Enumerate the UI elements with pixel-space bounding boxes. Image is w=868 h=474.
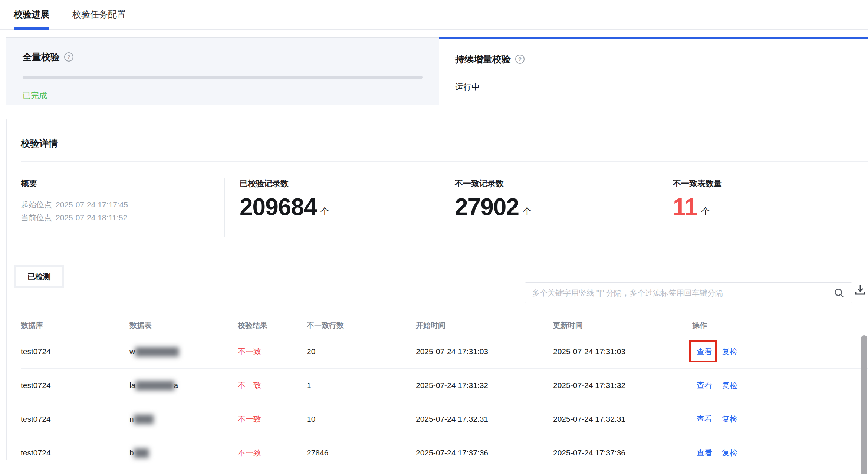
help-icon[interactable]: ? — [64, 52, 73, 62]
cell-database: test0724 — [21, 381, 129, 390]
recheck-link[interactable]: 复检 — [722, 414, 737, 424]
cell-inconsistent-rows: 20 — [307, 347, 416, 356]
start-position-line: 起始位点2025-07-24 17:17:45 — [21, 198, 224, 211]
verified-records-label: 已校验记录数 — [240, 178, 440, 189]
col-result: 校验结果 — [238, 320, 307, 330]
table-name-redacted: █████████ — [135, 347, 178, 356]
detail-section-title: 校验详情 — [7, 119, 868, 149]
panel-full-verification[interactable]: 全量校验 ? 已完成 — [6, 37, 439, 105]
table-name-prefix: la — [129, 381, 135, 389]
current-position-label: 当前位点 — [21, 213, 52, 222]
view-link[interactable]: 查看 — [697, 448, 712, 458]
view-link[interactable]: 查看 — [697, 380, 712, 391]
cell-database: test0724 — [21, 448, 129, 457]
stats-row: 概要 起始位点2025-07-24 17:17:45 当前位点2025-07-2… — [7, 178, 868, 237]
col-inconsistent-rows: 不一致行数 — [307, 320, 416, 330]
col-actions: 操作 — [692, 320, 868, 330]
cell-start-time: 2025-07-24 17:31:03 — [416, 347, 553, 356]
table-row: test0724 la████████a 不一致 1 2025-07-24 17… — [21, 369, 868, 402]
detail-separator — [21, 161, 868, 162]
view-link[interactable]: 查看 — [697, 346, 712, 357]
start-position-value: 2025-07-24 17:17:45 — [56, 200, 128, 209]
cell-table-name: la████████a — [129, 381, 238, 390]
tab-verify-progress[interactable]: 校验进展 — [14, 0, 49, 29]
panel-incremental-verification[interactable]: 持续增量校验 ? 运行中 — [439, 37, 868, 105]
search-icon[interactable] — [833, 287, 845, 299]
cell-inconsistent-rows: 10 — [307, 415, 416, 424]
stat-verified-records: 已校验记录数 209684 个 — [225, 178, 440, 237]
help-icon[interactable]: ? — [515, 55, 525, 64]
inconsistent-records-label: 不一致记录数 — [455, 178, 658, 189]
table-name-redacted: ███ — [134, 448, 148, 457]
cell-result: 不一致 — [238, 346, 307, 357]
table-name-redacted: ████████ — [135, 381, 174, 389]
cell-update-time: 2025-07-24 17:31:32 — [553, 381, 692, 390]
start-position-label: 起始位点 — [21, 200, 52, 209]
cell-database: test0724 — [21, 415, 129, 424]
stat-inconsistent-records: 不一致记录数 27902 个 — [440, 178, 658, 237]
incremental-verification-status: 运行中 — [455, 82, 852, 93]
inconsistent-tables-value: 11 — [673, 195, 697, 219]
cell-result: 不一致 — [238, 380, 307, 391]
cell-update-time: 2025-07-24 17:32:31 — [553, 415, 692, 424]
full-verification-progress-bar — [23, 76, 423, 79]
cell-update-time: 2025-07-24 17:31:03 — [553, 347, 692, 356]
recheck-link[interactable]: 复检 — [722, 380, 737, 391]
cell-table-name: b███ — [129, 448, 238, 457]
table-row: test0724 w█████████ 不一致 20 2025-07-24 17… — [21, 335, 868, 369]
view-link[interactable]: 查看 — [697, 414, 712, 424]
cell-start-time: 2025-07-24 17:32:31 — [416, 415, 553, 424]
stat-summary: 概要 起始位点2025-07-24 17:17:45 当前位点2025-07-2… — [7, 178, 225, 237]
inconsistent-records-value: 27902 — [455, 195, 519, 219]
verified-records-unit: 个 — [320, 205, 329, 219]
recheck-link[interactable]: 复检 — [722, 346, 737, 357]
table-name-prefix: w — [129, 347, 135, 356]
cell-table-name: n████ — [129, 415, 238, 424]
top-tab-bar: 校验进展 校验任务配置 — [0, 0, 868, 30]
table-name-redacted: ████ — [134, 415, 153, 423]
summary-label: 概要 — [21, 178, 224, 189]
cell-inconsistent-rows: 1 — [307, 381, 416, 390]
download-icon[interactable] — [854, 284, 867, 296]
incremental-verification-title: 持续增量校验 — [455, 53, 511, 65]
verify-panels: 全量校验 ? 已完成 持续增量校验 ? 运行中 — [6, 37, 868, 105]
filter-tag-group: 已检测 — [14, 265, 64, 288]
filter-checked-button[interactable]: 已检测 — [16, 267, 62, 286]
stat-inconsistent-tables: 不一致表数量 11 个 — [658, 178, 868, 237]
full-verification-title: 全量校验 — [23, 51, 60, 63]
search-box[interactable] — [525, 282, 852, 303]
table-toolbar: 已检测 — [7, 265, 868, 316]
vertical-scrollbar[interactable] — [861, 335, 867, 474]
current-position-value: 2025-07-24 18:11:52 — [56, 213, 127, 222]
cell-start-time: 2025-07-24 17:37:36 — [416, 448, 553, 457]
table-name-prefix: n — [129, 415, 134, 423]
table-row: test0724 b███ 不一致 27846 2025-07-24 17:37… — [21, 436, 868, 470]
cell-start-time: 2025-07-24 17:31:32 — [416, 381, 553, 390]
cell-update-time: 2025-07-24 17:37:36 — [553, 448, 692, 457]
col-update-time: 更新时间 — [553, 320, 692, 330]
tab-verify-task-config[interactable]: 校验任务配置 — [72, 0, 126, 29]
cell-table-name: w█████████ — [129, 347, 238, 356]
table-name-suffix: a — [174, 381, 178, 389]
results-table: 数据库 数据表 校验结果 不一致行数 开始时间 更新时间 操作 test0724… — [7, 316, 868, 470]
table-name-prefix: b — [129, 448, 134, 457]
cell-result: 不一致 — [238, 448, 307, 458]
cell-inconsistent-rows: 27846 — [307, 448, 416, 457]
inconsistent-tables-unit: 个 — [701, 205, 710, 219]
cell-database: test0724 — [21, 347, 129, 356]
col-table: 数据表 — [129, 320, 238, 330]
current-position-line: 当前位点2025-07-24 18:11:52 — [21, 211, 224, 224]
cell-result: 不一致 — [238, 414, 307, 424]
inconsistent-records-unit: 个 — [523, 205, 532, 219]
inconsistent-tables-label: 不一致表数量 — [673, 178, 868, 189]
table-header-row: 数据库 数据表 校验结果 不一致行数 开始时间 更新时间 操作 — [21, 316, 868, 335]
verified-records-value: 209684 — [240, 195, 317, 219]
full-verification-status: 已完成 — [23, 90, 423, 101]
col-database: 数据库 — [21, 320, 129, 330]
table-row: test0724 n████ 不一致 10 2025-07-24 17:32:3… — [21, 402, 868, 436]
col-start-time: 开始时间 — [416, 320, 553, 330]
recheck-link[interactable]: 复检 — [722, 448, 737, 458]
verification-detail-card: 校验详情 概要 起始位点2025-07-24 17:17:45 当前位点2025… — [6, 119, 868, 460]
search-input[interactable] — [532, 289, 833, 297]
